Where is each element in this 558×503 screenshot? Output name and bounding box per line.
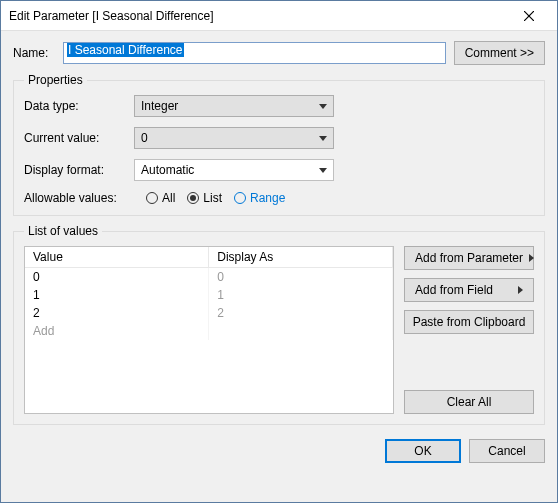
data-type-label: Data type: [24, 99, 134, 113]
cell-display[interactable]: 1 [209, 286, 393, 304]
list-of-values-fieldset: List of values Value Display As 0 [13, 224, 545, 425]
radio-icon [146, 192, 158, 204]
cell-value[interactable]: 2 [25, 304, 209, 322]
data-type-select[interactable]: Integer [134, 95, 334, 117]
clear-all-button[interactable]: Clear All [404, 390, 534, 414]
properties-fieldset: Properties Data type: Integer Current va… [13, 73, 545, 216]
data-type-value: Integer [141, 99, 319, 113]
close-button[interactable] [509, 4, 549, 28]
window-title: Edit Parameter [I Seasonal Difference] [9, 9, 509, 23]
radio-range[interactable]: Range [234, 191, 285, 205]
display-format-select[interactable]: Automatic [134, 159, 334, 181]
display-format-label: Display format: [24, 163, 134, 177]
radio-list-label: List [203, 191, 222, 205]
titlebar: Edit Parameter [I Seasonal Difference] [1, 1, 557, 31]
data-type-row: Data type: Integer [24, 95, 534, 117]
col-display-header[interactable]: Display As [209, 247, 393, 268]
table-header-row: Value Display As [25, 247, 393, 268]
current-value-label: Current value: [24, 131, 134, 145]
side-buttons: Add from Parameter Add from Field Paste … [404, 246, 534, 414]
table-row-add[interactable]: Add [25, 322, 393, 340]
current-value-value: 0 [141, 131, 319, 145]
table-row[interactable]: 1 1 [25, 286, 393, 304]
close-icon [524, 11, 534, 21]
properties-legend: Properties [24, 73, 87, 87]
allowable-values-label: Allowable values: [24, 191, 134, 205]
list-of-values-legend: List of values [24, 224, 102, 238]
display-format-row: Display format: Automatic [24, 159, 534, 181]
current-value-row: Current value: 0 [24, 127, 534, 149]
allowable-values-row: Allowable values: All List Range [24, 191, 534, 205]
cell-value[interactable]: 0 [25, 268, 209, 287]
radio-icon [234, 192, 246, 204]
table-row[interactable]: 2 2 [25, 304, 393, 322]
radio-all-label: All [162, 191, 175, 205]
name-input-value: I Seasonal Difference [67, 43, 184, 57]
dialog-footer: OK Cancel [13, 433, 545, 463]
name-input[interactable]: I Seasonal Difference [63, 42, 446, 64]
chevron-down-icon [319, 136, 327, 141]
table-row[interactable]: 0 0 [25, 268, 393, 287]
dialog-body: Name: I Seasonal Difference Comment >> P… [1, 31, 557, 502]
radio-list[interactable]: List [187, 191, 222, 205]
values-table-wrap: Value Display As 0 0 1 1 [24, 246, 394, 414]
col-value-header[interactable]: Value [25, 247, 209, 268]
chevron-right-icon [529, 254, 534, 262]
cancel-button[interactable]: Cancel [469, 439, 545, 463]
radio-all[interactable]: All [146, 191, 175, 205]
add-from-field-button[interactable]: Add from Field [404, 278, 534, 302]
dialog-window: Edit Parameter [I Seasonal Difference] N… [0, 0, 558, 503]
chevron-down-icon [319, 104, 327, 109]
chevron-right-icon [518, 286, 523, 294]
radio-icon-checked [187, 192, 199, 204]
radio-range-label: Range [250, 191, 285, 205]
cell-value[interactable]: 1 [25, 286, 209, 304]
cell-display[interactable]: 0 [209, 268, 393, 287]
list-area: Value Display As 0 0 1 1 [24, 246, 534, 414]
display-format-value: Automatic [141, 163, 319, 177]
comment-button[interactable]: Comment >> [454, 41, 545, 65]
add-from-parameter-button[interactable]: Add from Parameter [404, 246, 534, 270]
cell-display[interactable]: 2 [209, 304, 393, 322]
current-value-select[interactable]: 0 [134, 127, 334, 149]
chevron-down-icon [319, 168, 327, 173]
paste-from-clipboard-button[interactable]: Paste from Clipboard [404, 310, 534, 334]
spacer [404, 342, 534, 382]
name-label: Name: [13, 46, 55, 60]
cell-empty [209, 322, 393, 340]
name-row: Name: I Seasonal Difference Comment >> [13, 41, 545, 65]
add-placeholder[interactable]: Add [25, 322, 209, 340]
values-table: Value Display As 0 0 1 1 [25, 247, 393, 340]
ok-button[interactable]: OK [385, 439, 461, 463]
